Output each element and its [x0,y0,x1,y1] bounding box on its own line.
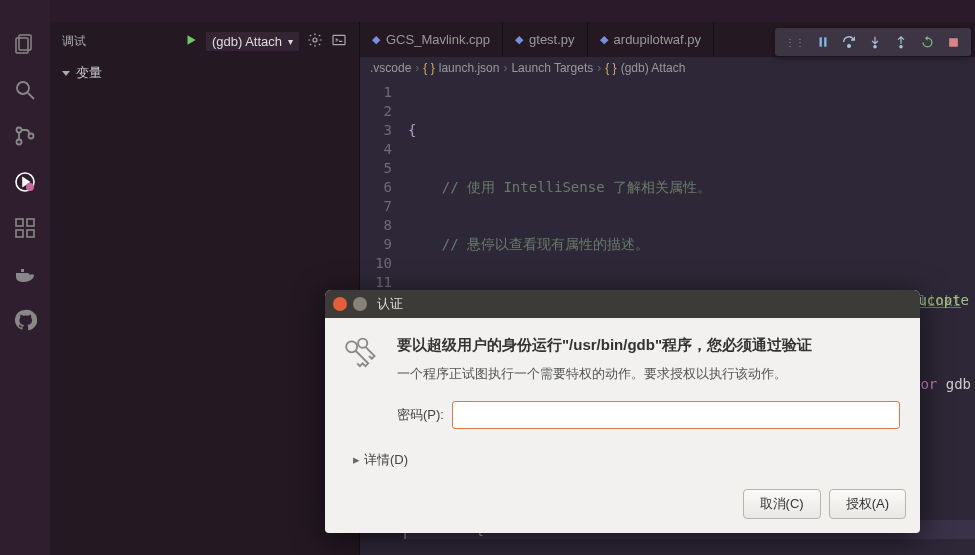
authorize-button[interactable]: 授权(A) [829,489,906,519]
svg-rect-12 [27,219,34,226]
close-icon[interactable] [333,297,347,311]
auth-dialog: 认证 要以超级用户的身份运行"/usr/bin/gdb"程序，您必须通过验证 一… [325,290,920,533]
search-icon[interactable] [11,76,39,104]
step-over-button[interactable] [837,30,861,54]
svg-rect-11 [27,230,34,237]
gear-icon[interactable] [307,32,323,51]
tab-label: GCS_Mavlink.cpp [386,32,490,47]
dialog-body: 要以超级用户的身份运行"/usr/bin/gdb"程序，您必须通过验证 一个程序… [325,318,920,451]
breadcrumb[interactable]: .vscode › { } launch.json › Launch Targe… [360,57,975,79]
drag-handle-icon[interactable]: ⋮⋮ [781,37,809,48]
svg-rect-24 [949,38,958,47]
svg-point-23 [900,46,902,48]
extensions-icon[interactable] [11,214,39,242]
chevron-right-icon: › [415,61,419,75]
debug-icon[interactable] [11,168,39,196]
password-label: 密码(P): [397,406,444,424]
sidebar-header: 调试 (gdb) Attach ▾ [50,22,359,60]
start-debug-icon[interactable] [184,33,198,50]
tab-label: gtest.py [529,32,575,47]
pause-button[interactable] [811,30,835,54]
debug-sidebar: 调试 (gdb) Attach ▾ 变量 [50,22,360,555]
chevron-right-icon: › [503,61,507,75]
dialog-titlebar: 认证 [325,290,920,318]
svg-rect-19 [820,37,822,46]
debug-config-group: (gdb) Attach ▾ [184,32,347,51]
step-into-button[interactable] [863,30,887,54]
code-comment: // 使用 IntelliSense 了解相关属性。 [442,179,711,195]
docker-icon[interactable] [11,260,39,288]
svg-point-26 [358,339,367,348]
cpp-icon: ◆ [372,33,380,46]
svg-point-2 [17,82,29,94]
chevron-down-icon [62,71,70,76]
svg-rect-10 [16,230,23,237]
dialog-title: 认证 [377,295,403,313]
keys-icon [337,334,385,443]
source-control-icon[interactable] [11,122,39,150]
step-out-button[interactable] [889,30,913,54]
password-input[interactable] [452,401,900,429]
minimize-icon[interactable] [353,297,367,311]
variables-label: 变量 [76,64,102,82]
svg-rect-20 [824,37,826,46]
code-comment: // 悬停以查看现有属性的描述。 [442,236,649,252]
github-icon[interactable] [11,306,39,334]
files-icon[interactable] [11,30,39,58]
svg-rect-9 [16,219,23,226]
tab-gtest[interactable]: ◆ gtest.py [503,22,588,57]
python-icon: ◆ [600,33,608,46]
debug-config-select[interactable]: (gdb) Attach ▾ [206,32,299,51]
debug-config-label: (gdb) Attach [212,34,282,49]
svg-point-17 [313,38,317,42]
variables-section[interactable]: 变量 [50,60,359,86]
breadcrumb-item[interactable]: (gdb) Attach [621,61,686,75]
svg-point-22 [874,46,876,48]
stop-button[interactable] [941,30,965,54]
json-icon: { } [605,61,616,75]
breadcrumb-item[interactable]: Launch Targets [511,61,593,75]
dialog-description: 一个程序正试图执行一个需要特权的动作。要求授权以执行该动作。 [397,365,900,383]
dialog-footer: 取消(C) 授权(A) [325,479,920,533]
dialog-main: 要以超级用户的身份运行"/usr/bin/gdb"程序，您必须通过验证 一个程序… [397,334,900,443]
dialog-heading: 要以超级用户的身份运行"/usr/bin/gdb"程序，您必须通过验证 [397,334,900,355]
restart-button[interactable] [915,30,939,54]
svg-rect-18 [333,35,345,44]
chevron-right-icon: › [597,61,601,75]
svg-point-21 [848,45,851,48]
debug-toolbar: ⋮⋮ [775,28,971,56]
password-row: 密码(P): [397,401,900,429]
code-fragment: for for gdbgdb [912,376,971,392]
tab-gcs-mavlink[interactable]: ◆ GCS_Mavlink.cpp [360,22,503,57]
cancel-button[interactable]: 取消(C) [743,489,821,519]
python-icon: ◆ [515,33,523,46]
svg-point-6 [29,134,34,139]
details-toggle[interactable]: 详情(D) [325,451,920,479]
svg-point-4 [17,128,22,133]
breadcrumb-item[interactable]: launch.json [439,61,500,75]
svg-rect-16 [21,269,24,272]
tab-ardupilotwaf[interactable]: ◆ ardupilotwaf.py [588,22,714,57]
code-text: { [408,122,416,138]
chevron-down-icon: ▾ [288,36,293,47]
svg-point-8 [26,183,34,191]
svg-line-3 [28,93,34,99]
activity-bar [0,0,50,555]
sidebar-title: 调试 [62,33,86,50]
breadcrumb-item[interactable]: .vscode [370,61,411,75]
json-icon: { } [423,61,434,75]
svg-point-5 [17,140,22,145]
tab-label: ardupilotwaf.py [614,32,701,47]
debug-console-icon[interactable] [331,32,347,51]
